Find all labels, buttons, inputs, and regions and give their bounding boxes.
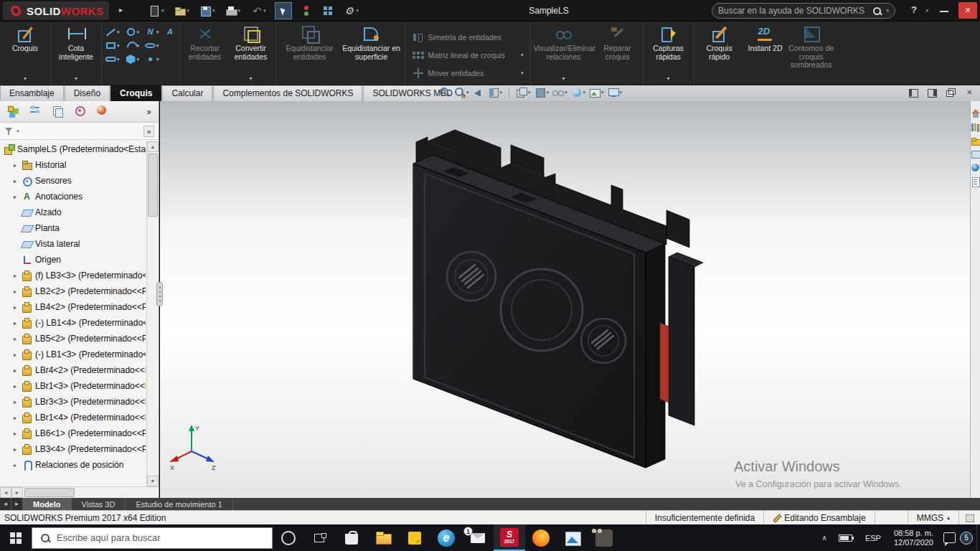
ribbon-button-convertir[interactable]: Convertir entidades ▾: [228, 25, 274, 83]
spline-tool-button[interactable]: N▾: [143, 27, 161, 37]
tree-item[interactable]: ▸ LB5<2> (Predeterminado<<Pr: [0, 331, 146, 347]
vertical-scrollbar-thumb[interactable]: [148, 154, 158, 217]
ribbon-button-equidistanciar-superficie[interactable]: Equidistanciar en superficie: [341, 25, 402, 83]
expand-arrow-icon[interactable]: ▸: [11, 288, 19, 295]
tree-item[interactable]: Vista lateral: [0, 236, 146, 252]
scroll-down-button[interactable]: ▼: [147, 476, 159, 486]
tab-estudio-movimiento[interactable]: Estudio de movimiento 1: [126, 498, 232, 510]
filter-icon[interactable]: [4, 126, 14, 136]
expand-arrow-icon[interactable]: ▸: [11, 383, 19, 390]
dropdown-arrow-icon[interactable]: ▾: [161, 8, 164, 14]
tree-item[interactable]: ▸ Sensores: [0, 173, 146, 189]
dropdown-arrow-icon[interactable]: ▾: [156, 43, 159, 49]
dropdown-arrow-icon[interactable]: ▾: [137, 29, 140, 35]
tree-root-item[interactable]: SampleLS (Predeterminado<Estad: [0, 141, 146, 157]
notification-count-badge[interactable]: 5: [960, 532, 973, 545]
undo-button[interactable]: ↶▾: [249, 2, 268, 19]
view-settings-button[interactable]: ▾: [608, 87, 623, 98]
windows-search-box[interactable]: [32, 527, 273, 549]
panel-tabs-overflow[interactable]: »: [146, 107, 151, 117]
point-tool-button[interactable]: ▾: [143, 54, 161, 65]
ribbon-button-matriz[interactable]: Matriz lineal de croquis ▾: [412, 47, 524, 63]
dropdown-arrow-icon[interactable]: ▾: [24, 75, 27, 83]
expand-arrow-icon[interactable]: ▸: [11, 273, 19, 279]
tab-calcular[interactable]: Calcular: [162, 85, 212, 101]
help-dropdown-arrow-icon[interactable]: ▾: [925, 8, 928, 14]
help-search-input[interactable]: [718, 6, 868, 16]
tabs-scroll-left-button[interactable]: ◄: [0, 498, 11, 510]
custom-properties-icon[interactable]: [971, 177, 980, 186]
tree-item[interactable]: Planta: [0, 220, 146, 236]
tree-item[interactable]: ▸ (f) LB3<3> (Predeterminado<<: [0, 268, 146, 283]
taskbar-mail[interactable]: 1: [462, 524, 494, 551]
windows-search-input[interactable]: [57, 532, 264, 543]
expand-arrow-icon[interactable]: ▸: [11, 430, 19, 437]
tree-item[interactable]: ▸ (-) LB1<4> (Predeterminado<: [0, 315, 146, 331]
help-search-box[interactable]: ▾: [712, 3, 895, 19]
solidworks-logo[interactable]: SOLIDWORKS: [3, 1, 109, 20]
menu-expand-arrow[interactable]: ▸: [119, 6, 123, 14]
tree-item[interactable]: Alzado: [0, 204, 146, 220]
expand-arrow-icon[interactable]: ▸: [11, 446, 19, 453]
ribbon-button-reparar[interactable]: Reparar croquis: [595, 25, 641, 83]
tree-item[interactable]: ▸ (-) LB1<3> (Predeterminado<: [0, 347, 146, 362]
dropdown-arrow-icon[interactable]: ▾: [583, 90, 586, 95]
expand-arrow-icon[interactable]: ▸: [11, 178, 19, 184]
ribbon-button-simetria[interactable]: Simetría de entidades: [412, 29, 524, 45]
tree-item[interactable]: Origen: [0, 252, 146, 268]
expand-arrow-icon[interactable]: ▸: [11, 304, 19, 311]
arc-tool-button[interactable]: ▾: [124, 40, 141, 51]
ribbon-button-mover[interactable]: Mover entidades ▾: [412, 65, 524, 81]
dropdown-arrow-icon[interactable]: ▾: [117, 57, 120, 62]
dropdown-arrow-icon[interactable]: ▾: [156, 57, 159, 62]
assembly-model-3d[interactable]: [160, 101, 970, 498]
dropdown-arrow-icon[interactable]: ▾: [601, 90, 604, 95]
text-tool-button[interactable]: A: [164, 27, 177, 37]
show-desktop-button[interactable]: [976, 524, 980, 551]
language-indicator[interactable]: ESP: [858, 534, 888, 542]
appearances-icon[interactable]: [971, 164, 980, 172]
panel-splitter-handle[interactable]: [156, 282, 163, 306]
dropdown-arrow-icon[interactable]: ▾: [528, 90, 531, 95]
print-button[interactable]: ▾: [224, 2, 242, 19]
save-button[interactable]: ▾: [198, 2, 217, 19]
file-properties-button[interactable]: [321, 2, 335, 19]
tab-display-manager[interactable]: [96, 105, 108, 119]
dropdown-arrow-icon[interactable]: ▾: [620, 90, 623, 95]
ribbon-button-croquis[interactable]: Croquis ▾: [2, 25, 48, 83]
section-view-button[interactable]: ▾: [488, 87, 503, 98]
dropdown-arrow-icon[interactable]: ▾: [187, 8, 190, 14]
taskbar-photos[interactable]: [557, 524, 588, 551]
search-dropdown-arrow-icon[interactable]: ▾: [886, 8, 889, 14]
view-palette-icon[interactable]: [971, 150, 980, 159]
tabs-scroll-right-button[interactable]: ►: [11, 498, 23, 510]
rebuild-button[interactable]: [299, 2, 314, 19]
tray-expand-button[interactable]: ∧: [816, 534, 833, 542]
tree-horizontal-scrollbar[interactable]: ◄ ►: [0, 486, 159, 498]
line-tool-button[interactable]: ▾: [104, 27, 121, 37]
select-tool-button[interactable]: [275, 2, 292, 19]
tree-item[interactable]: ▸ LB3<4> (Predeterminado<<Pr: [0, 441, 146, 457]
close-button[interactable]: ×: [958, 2, 977, 19]
previous-view-button[interactable]: [473, 87, 484, 98]
tab-property-manager[interactable]: [29, 105, 41, 119]
ribbon-button-capturas[interactable]: Capturas rápidas ▾: [646, 25, 692, 83]
battery-icon[interactable]: [839, 534, 852, 542]
new-document-button[interactable]: ▾: [147, 2, 166, 19]
taskbar-firefox[interactable]: [525, 524, 557, 551]
graphics-viewport[interactable]: X Y Z Activar Windows Ve a Configuración…: [160, 101, 970, 498]
taskbar-solidworks[interactable]: S 2017: [494, 524, 525, 551]
taskbar-notes[interactable]: [399, 524, 430, 551]
dropdown-arrow-icon[interactable]: ▾: [137, 57, 140, 62]
taskbar-store[interactable]: [336, 524, 367, 551]
tree-item[interactable]: ▸ Anotaciones: [0, 189, 146, 204]
ellipse-tool-button[interactable]: ▾: [143, 40, 161, 51]
units-selector[interactable]: MMGS▴: [908, 511, 958, 524]
dropdown-arrow-icon[interactable]: ▾: [117, 43, 120, 49]
dropdown-arrow-icon[interactable]: ▾: [521, 52, 524, 58]
ribbon-button-cota-inteligente[interactable]: Cota inteligente ▾: [53, 25, 99, 83]
open-button[interactable]: ▾: [173, 2, 192, 19]
hide-show-items-button[interactable]: ▾: [552, 87, 567, 98]
dropdown-arrow-icon[interactable]: ▾: [565, 90, 567, 95]
dropdown-arrow-icon[interactable]: ▾: [562, 75, 565, 83]
